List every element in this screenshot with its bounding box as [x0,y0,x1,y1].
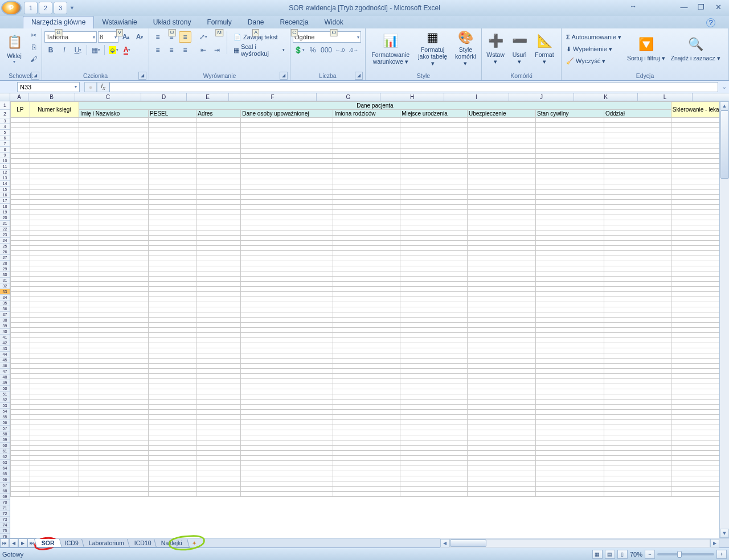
merge-center-button[interactable]: ▦Scal i wyśrodkuj▾ [231,44,288,56]
cell[interactable] [400,369,468,374]
cell[interactable] [468,415,536,420]
cell[interactable] [149,476,196,481]
cell[interactable] [333,159,400,164]
cell[interactable] [468,164,536,169]
cell[interactable] [333,282,400,287]
cell[interactable] [468,400,536,405]
cell[interactable] [604,451,671,456]
cell[interactable] [535,471,604,476]
cell[interactable] [149,338,196,343]
cell[interactable] [11,389,30,394]
cell[interactable] [11,394,30,400]
align-left-button[interactable]: ≡ [151,44,164,56]
cell[interactable] [535,251,604,256]
cell[interactable] [149,277,196,282]
cell[interactable] [30,128,79,133]
cell[interactable] [400,149,468,154]
cell[interactable] [30,359,79,364]
cell[interactable] [604,302,671,307]
row-header[interactable]: 5 [0,130,10,135]
sort-filter-button[interactable]: 🔽Sortuj i filtruj ▾ [625,30,667,67]
cell[interactable] [11,328,30,333]
cell[interactable] [79,333,148,338]
cell[interactable] [333,415,400,420]
cell[interactable] [149,271,196,277]
cell[interactable] [79,343,148,348]
cell[interactable] [30,394,79,400]
row-header[interactable]: 73 [0,517,10,522]
cell[interactable] [468,256,536,261]
cell[interactable] [535,435,604,440]
cell[interactable] [30,389,79,394]
cell[interactable] [241,492,333,497]
col-header-G[interactable]: G [317,93,380,101]
row-header[interactable]: 55 [0,414,10,420]
cell[interactable] [30,225,79,230]
cell[interactable] [149,389,196,394]
cell[interactable] [79,420,148,425]
cell[interactable] [333,271,400,277]
vscroll-thumb[interactable] [720,110,729,179]
cell[interactable] [11,287,30,292]
cell[interactable] [468,179,536,184]
cell[interactable] [196,410,241,415]
cell[interactable] [535,405,604,410]
cell[interactable] [604,400,671,405]
cell[interactable] [79,133,148,138]
cell[interactable] [149,210,196,215]
col-header-I[interactable]: I [444,93,509,101]
cell[interactable] [11,128,30,133]
cell[interactable] [400,389,468,394]
cell[interactable] [604,297,671,302]
cell[interactable] [468,389,536,394]
sheet-tab-sor[interactable]: SOR [34,539,62,547]
cell[interactable] [30,133,79,138]
cell[interactable] [79,394,148,400]
cell[interactable] [604,282,671,287]
cell[interactable] [149,384,196,389]
row-headers[interactable]: 1234567891011121314151617181920212223242… [0,101,10,538]
cell[interactable] [241,133,333,138]
col-header-C[interactable]: C [75,93,141,101]
hscroll-thumb[interactable] [450,540,486,547]
cell[interactable] [11,318,30,323]
cell[interactable] [535,430,604,435]
cell[interactable] [468,307,536,312]
cell[interactable] [11,225,30,230]
vertical-scrollbar[interactable]: ▲ ▼ [719,101,729,538]
cell[interactable] [196,118,241,123]
cell[interactable] [400,241,468,246]
cell[interactable] [468,190,536,195]
cell[interactable] [333,451,400,456]
cell[interactable] [400,318,468,323]
row-header[interactable]: 4 [0,124,10,130]
cell[interactable] [79,200,148,205]
cell[interactable] [30,169,79,174]
cell[interactable] [400,277,468,282]
cell[interactable] [400,169,468,174]
row-header[interactable]: 61 [0,448,10,454]
cell[interactable] [468,359,536,364]
cell[interactable] [333,220,400,225]
cell[interactable] [241,220,333,225]
cell[interactable] [149,425,196,430]
cell[interactable] [196,190,241,195]
horizontal-scrollbar[interactable]: ◀ ▶ [440,538,719,548]
format-as-table-button[interactable]: ▦Formatuj jako tabelę ▾ [414,30,451,67]
cell[interactable] [149,292,196,297]
cell[interactable] [604,236,671,241]
cell[interactable] [79,374,148,379]
cell[interactable] [79,323,148,328]
cell[interactable] [196,210,241,215]
cell[interactable] [535,241,604,246]
cell[interactable] [400,154,468,159]
cell[interactable] [11,282,30,287]
cell[interactable] [535,384,604,389]
cell[interactable] [604,118,671,123]
cell[interactable] [400,430,468,435]
cell[interactable] [79,353,148,359]
cell[interactable] [79,261,148,266]
cell[interactable] [333,312,400,318]
cell[interactable] [468,138,536,143]
cell[interactable] [468,440,536,446]
